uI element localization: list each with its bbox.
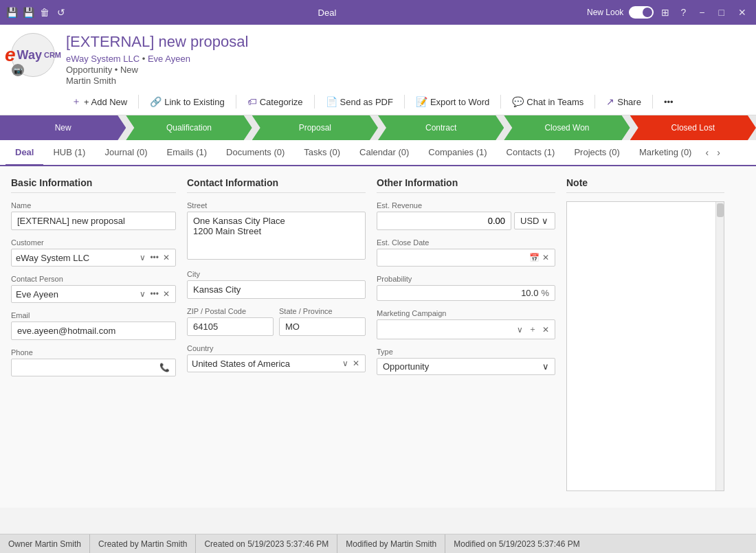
contact-dropdown-icon[interactable]: ∨ bbox=[138, 288, 147, 300]
send-as-pdf-button[interactable]: 📄 Send as PDF bbox=[320, 93, 399, 110]
contact-person-label: Contact Person bbox=[11, 275, 176, 283]
campaign-clear-icon[interactable]: ✕ bbox=[541, 324, 551, 336]
state-field-group: State / Province bbox=[279, 307, 366, 336]
contact-info-title: Contact Information bbox=[187, 177, 366, 193]
header-section: e Way CRM 📷 [EXTERNAL] new proposal eWay… bbox=[0, 25, 756, 115]
maximize-button[interactable]: □ bbox=[715, 5, 729, 19]
note-scrollbar[interactable] bbox=[715, 202, 724, 490]
help-icon[interactable]: ? bbox=[677, 6, 689, 19]
delete-icon[interactable]: 🗑 bbox=[38, 6, 51, 19]
chat-in-teams-button[interactable]: 💬 Chat in Teams bbox=[507, 93, 589, 110]
customer-label: Customer bbox=[11, 238, 176, 247]
contact-link[interactable]: Eve Ayeen bbox=[148, 54, 190, 64]
date-input[interactable] bbox=[381, 253, 528, 263]
new-look-toggle[interactable] bbox=[629, 6, 654, 19]
country-dropdown-icon[interactable]: ∨ bbox=[341, 357, 350, 370]
stage-new[interactable]: New bbox=[0, 115, 126, 140]
refresh-icon[interactable]: ↺ bbox=[55, 6, 67, 19]
state-input[interactable] bbox=[279, 317, 366, 336]
stage-contract[interactable]: Contract bbox=[378, 115, 504, 140]
email-field-group: Email bbox=[11, 311, 176, 340]
tab-emails[interactable]: Emails (1) bbox=[157, 140, 217, 166]
zip-input[interactable] bbox=[187, 317, 274, 336]
country-field: United States of America ∨ ✕ bbox=[187, 354, 366, 372]
campaign-add-icon[interactable]: ＋ bbox=[527, 322, 538, 337]
categorize-button[interactable]: 🏷 Categorize bbox=[242, 93, 309, 110]
tab-documents[interactable]: Documents (0) bbox=[216, 140, 294, 166]
share-button[interactable]: ↗ Share bbox=[601, 93, 647, 110]
camera-icon[interactable]: 📷 bbox=[12, 64, 24, 76]
avatar[interactable]: e Way CRM 📷 bbox=[11, 33, 55, 77]
contact-more-icon[interactable]: ••• bbox=[148, 288, 160, 300]
save-icon[interactable]: 💾 bbox=[5, 6, 18, 19]
phone-icon[interactable]: 📞 bbox=[158, 361, 171, 374]
campaign-dropdown-icon[interactable]: ∨ bbox=[515, 324, 524, 336]
tab-nav-right[interactable]: › bbox=[713, 142, 724, 163]
tab-calendar[interactable]: Calendar (0) bbox=[350, 140, 419, 166]
currency-select[interactable]: USD ∨ bbox=[514, 212, 555, 229]
tab-nav-left[interactable]: ‹ bbox=[701, 142, 713, 163]
date-field: 📅 ✕ bbox=[377, 249, 555, 267]
date-clear-icon[interactable]: ✕ bbox=[541, 251, 551, 264]
state-label: State / Province bbox=[279, 307, 366, 315]
title-bar-right: New Look ⊞ ? − □ ✕ bbox=[587, 5, 751, 19]
customer-more-icon[interactable]: ••• bbox=[148, 251, 160, 264]
campaign-input[interactable] bbox=[381, 324, 513, 335]
zip-field-group: ZIP / Postal Code bbox=[187, 307, 274, 336]
basic-info-section: Basic Information Name Customer eWay Sys… bbox=[11, 177, 176, 497]
customer-dropdown-icon[interactable]: ∨ bbox=[138, 251, 147, 264]
separator-1 bbox=[138, 95, 139, 109]
tab-deal[interactable]: Deal bbox=[5, 140, 43, 166]
status-created-by: Created by Martin Smith bbox=[90, 534, 196, 553]
tab-marketing[interactable]: Marketing (0) bbox=[630, 140, 702, 166]
type-select[interactable]: Opportunity ∨ bbox=[377, 358, 555, 375]
city-input[interactable] bbox=[187, 280, 366, 299]
phone-input[interactable] bbox=[16, 363, 157, 373]
tab-tasks[interactable]: Tasks (0) bbox=[294, 140, 350, 166]
tab-contacts[interactable]: Contacts (1) bbox=[497, 140, 565, 166]
country-field-group: Country United States of America ∨ ✕ bbox=[187, 344, 366, 372]
country-clear-icon[interactable]: ✕ bbox=[351, 357, 361, 370]
tab-companies[interactable]: Companies (1) bbox=[419, 140, 496, 166]
more-options-button[interactable]: ••• bbox=[658, 94, 679, 110]
customer-clear-icon[interactable]: ✕ bbox=[162, 251, 171, 264]
save-alt-icon[interactable]: 💾 bbox=[22, 6, 34, 19]
close-button[interactable]: ✕ bbox=[734, 5, 751, 19]
type-value: Opportunity bbox=[383, 361, 542, 372]
name-input[interactable] bbox=[11, 212, 176, 230]
export-to-word-button[interactable]: 📝 Export to Word bbox=[410, 93, 495, 110]
stage-proposal[interactable]: Proposal bbox=[252, 115, 378, 140]
marketing-campaign-field-group: Marketing Campaign ∨ ＋ ✕ bbox=[377, 309, 555, 339]
separator-4 bbox=[404, 95, 405, 109]
record-type: Opportunity bbox=[66, 65, 112, 75]
contact-clear-icon[interactable]: ✕ bbox=[162, 288, 171, 300]
status-modified-on: Modified on 5/19/2023 5:37:46 PM bbox=[445, 534, 588, 553]
note-textarea[interactable] bbox=[567, 202, 715, 490]
contact-info-section: Contact Information Street One Kansas Ci… bbox=[187, 177, 366, 497]
email-input[interactable] bbox=[11, 321, 176, 340]
street-input[interactable]: One Kansas City Place 1200 Main Street bbox=[187, 212, 366, 260]
link-to-existing-button[interactable]: 🔗 Link to Existing bbox=[144, 93, 230, 110]
stage-closed-won[interactable]: Closed Won bbox=[504, 115, 630, 140]
stage-qualification[interactable]: Qualification bbox=[126, 115, 252, 140]
note-title: Note bbox=[566, 177, 724, 193]
revenue-input[interactable] bbox=[377, 212, 511, 230]
tab-journal[interactable]: Journal (0) bbox=[95, 140, 157, 166]
ellipsis-icon: ••• bbox=[664, 97, 674, 107]
stage-closed-lost[interactable]: Closed Lost bbox=[630, 115, 756, 140]
calendar-icon[interactable]: 📅 bbox=[528, 251, 541, 264]
tab-hub[interactable]: HUB (1) bbox=[43, 140, 95, 166]
campaign-field: ∨ ＋ ✕ bbox=[377, 319, 555, 339]
new-look-label: New Look bbox=[587, 8, 623, 17]
minimize-button[interactable]: − bbox=[695, 5, 709, 19]
separator-7 bbox=[652, 95, 653, 109]
type-field-group: Type Opportunity ∨ bbox=[377, 348, 555, 375]
marketing-campaign-label: Marketing Campaign bbox=[377, 309, 555, 317]
company-link[interactable]: eWay System LLC bbox=[66, 54, 140, 64]
tab-projects[interactable]: Projects (0) bbox=[564, 140, 629, 166]
toolbar: ＋ + Add New 🔗 Link to Existing 🏷 Categor… bbox=[66, 89, 745, 115]
add-new-button[interactable]: ＋ + Add New bbox=[66, 93, 133, 111]
grid-icon[interactable]: ⊞ bbox=[659, 6, 671, 19]
est-revenue-field-group: Est. Revenue USD ∨ bbox=[377, 201, 555, 230]
probability-field-group: Probability 10.0 % bbox=[377, 275, 555, 301]
